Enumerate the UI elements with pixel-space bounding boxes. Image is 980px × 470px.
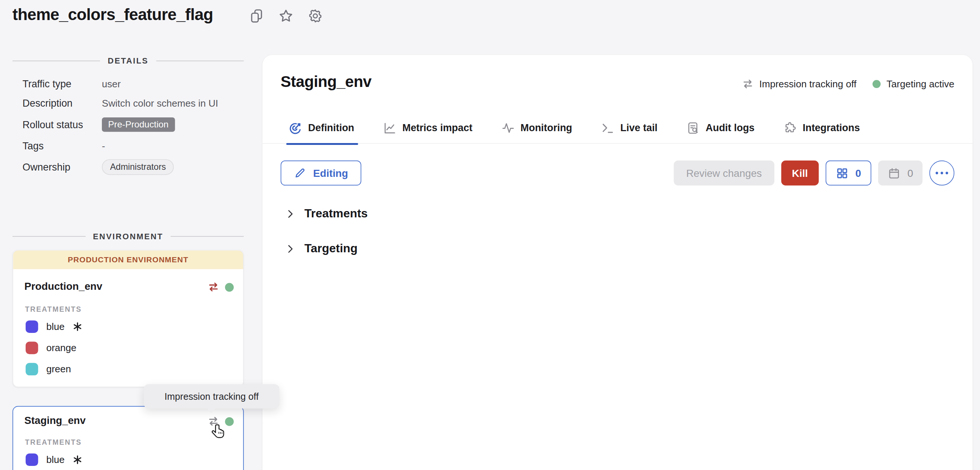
staging-env-card[interactable]: Staging_env TREATMENTS blue: [13, 406, 244, 470]
pencil-icon: [294, 167, 306, 179]
environment-title: Staging_env: [281, 73, 371, 91]
gear-icon[interactable]: [307, 8, 323, 24]
star-icon[interactable]: [278, 8, 294, 24]
targeting-section-label: Targeting: [304, 242, 358, 256]
ellipsis-dot: [940, 171, 943, 175]
treatment-swatch: [25, 453, 38, 466]
staging-env-name: Staging_env: [24, 414, 86, 427]
treatments-label: TREATMENTS: [25, 305, 82, 313]
detail-row-traffic-type: Traffic type user: [23, 79, 121, 90]
detail-label: Rollout status: [23, 119, 102, 130]
default-treatment-asterisk-icon: [73, 455, 83, 465]
calendar-icon: [888, 167, 900, 179]
treatment-row: blue: [25, 453, 83, 466]
page: theme_colors_feature_flag DETAILS Traffi…: [0, 0, 980, 470]
chevron-right-icon: [285, 243, 296, 254]
tab-label: Audit logs: [706, 122, 754, 133]
chevron-right-icon: [285, 208, 296, 219]
treatment-swatch: [25, 342, 38, 354]
tab-live-tail[interactable]: Live tail: [601, 118, 657, 138]
environment-status-row: Impression tracking off Targeting active: [742, 78, 955, 90]
toolbar: Editing Review changes Kill: [281, 160, 955, 186]
ellipsis-dot: [935, 171, 939, 175]
treatment-name: orange: [46, 342, 76, 353]
targeting-active-label: Targeting active: [887, 78, 955, 89]
treatments-section-toggle[interactable]: Treatments: [285, 206, 368, 220]
production-env-card[interactable]: PRODUCTION ENVIRONMENT Production_env TR…: [13, 250, 244, 387]
schedule-count-button[interactable]: 0: [878, 160, 923, 186]
impression-tracking-status: Impression tracking off: [742, 78, 857, 90]
tab-integrations[interactable]: Integrations: [783, 118, 860, 138]
toolbar-right-group: Review changes Kill 0: [674, 160, 955, 186]
document-search-icon: [686, 121, 700, 135]
tab-monitoring[interactable]: Monitoring: [501, 118, 572, 138]
tab-metrics-impact[interactable]: Metrics impact: [383, 118, 472, 138]
mouse-cursor-pointer: [210, 423, 227, 440]
environment-heading: ENVIRONMENT: [93, 232, 163, 241]
tab-bar: Definition Metrics impact Monitoring: [262, 118, 972, 144]
environment-detail-panel: Staging_env Impression tracking off Targ…: [262, 55, 972, 470]
impression-tracking-swap-icon[interactable]: [207, 281, 220, 293]
production-environment-banner: PRODUCTION ENVIRONMENT: [13, 251, 243, 269]
detail-label: Ownership: [23, 162, 102, 173]
detail-row-ownership: Ownership Administrators: [23, 159, 174, 175]
tab-label: Monitoring: [520, 122, 572, 133]
ellipsis-dot: [945, 171, 948, 175]
tab-definition[interactable]: Definition: [288, 118, 354, 138]
schedule-count: 0: [907, 167, 913, 179]
swap-arrows-icon: [742, 78, 754, 90]
targeting-active-dot: [225, 283, 234, 292]
treatment-name: green: [46, 364, 71, 375]
targeting-section-toggle[interactable]: Targeting: [285, 242, 358, 256]
treatment-row: orange: [25, 342, 76, 354]
detail-label: Description: [23, 98, 102, 109]
review-changes-button[interactable]: Review changes: [674, 160, 775, 186]
editing-label: Editing: [313, 167, 348, 179]
segments-count-button[interactable]: 0: [825, 160, 871, 186]
rollout-status-badge: Pre-Production: [102, 118, 175, 132]
production-env-name: Production_env: [24, 281, 103, 292]
tab-audit-logs[interactable]: Audit logs: [686, 118, 755, 138]
detail-row-tags: Tags -: [23, 140, 105, 152]
detail-value: user: [102, 79, 121, 90]
targeting-status: Targeting active: [873, 78, 955, 89]
tab-label: Live tail: [620, 122, 657, 133]
ownership-pill[interactable]: Administrators: [102, 159, 174, 175]
tab-label: Definition: [308, 122, 354, 133]
pulse-icon: [501, 121, 515, 135]
impression-tracking-tooltip: Impression tracking off: [144, 384, 280, 409]
targeting-active-dot: [873, 80, 881, 88]
puzzle-icon: [783, 121, 797, 135]
treatment-swatch: [25, 320, 38, 333]
environment-section-header: ENVIRONMENT: [13, 232, 244, 241]
segments-count: 0: [856, 167, 861, 179]
treatments-section-label: Treatments: [304, 206, 368, 220]
treatment-name: blue: [46, 454, 64, 465]
treatment-row: green: [25, 363, 71, 376]
copy-icon[interactable]: [249, 8, 264, 24]
editing-button[interactable]: Editing: [281, 160, 361, 186]
impression-tracking-label: Impression tracking off: [759, 78, 857, 89]
detail-value: -: [102, 140, 105, 152]
line-chart-icon: [383, 121, 397, 135]
treatment-row: blue: [25, 320, 83, 333]
treatment-name: blue: [46, 321, 64, 332]
production-env-status-icons: [207, 281, 234, 293]
details-heading: DETAILS: [108, 56, 149, 65]
kill-label: Kill: [792, 167, 808, 179]
detail-row-rollout-status: Rollout status Pre-Production: [23, 118, 175, 132]
grid-icon: [835, 167, 848, 179]
detail-label: Tags: [23, 140, 102, 152]
terminal-icon: [601, 121, 614, 135]
target-arrow-icon: [288, 121, 302, 135]
kill-button[interactable]: Kill: [781, 160, 818, 186]
detail-value: Switch color schemes in UI: [102, 98, 218, 109]
tab-label: Integrations: [803, 122, 860, 133]
tab-label: Metrics impact: [402, 122, 472, 133]
page-title: theme_colors_feature_flag: [13, 5, 213, 24]
treatments-label: TREATMENTS: [25, 438, 82, 446]
more-options-button[interactable]: [929, 160, 955, 186]
treatment-swatch: [25, 363, 38, 376]
detail-row-description: Description Switch color schemes in UI: [23, 98, 218, 109]
detail-label: Traffic type: [23, 79, 102, 90]
